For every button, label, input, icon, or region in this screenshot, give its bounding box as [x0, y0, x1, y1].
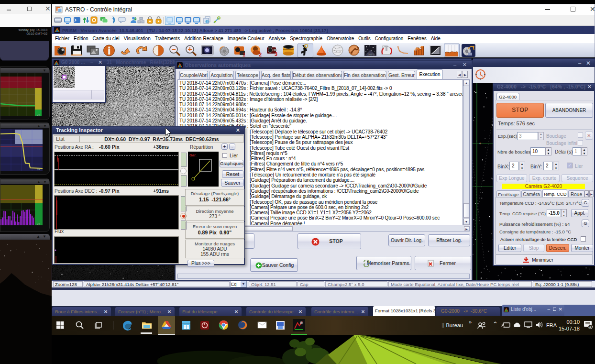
- svg-text:1: 1: [242, 52, 245, 57]
- svg-text:Gar.: Gar.: [189, 153, 197, 157]
- svg-text:2: 2: [259, 52, 262, 57]
- svg-text:24: 24: [37, 113, 40, 116]
- svg-text:+: +: [479, 141, 481, 146]
- svg-text:3: 3: [275, 51, 277, 57]
- svg-text:24: 24: [37, 168, 40, 171]
- svg-text:24: 24: [37, 222, 40, 225]
- svg-text:2HFS: 2HFS: [367, 53, 375, 56]
- svg-text:4: 4: [589, 325, 591, 329]
